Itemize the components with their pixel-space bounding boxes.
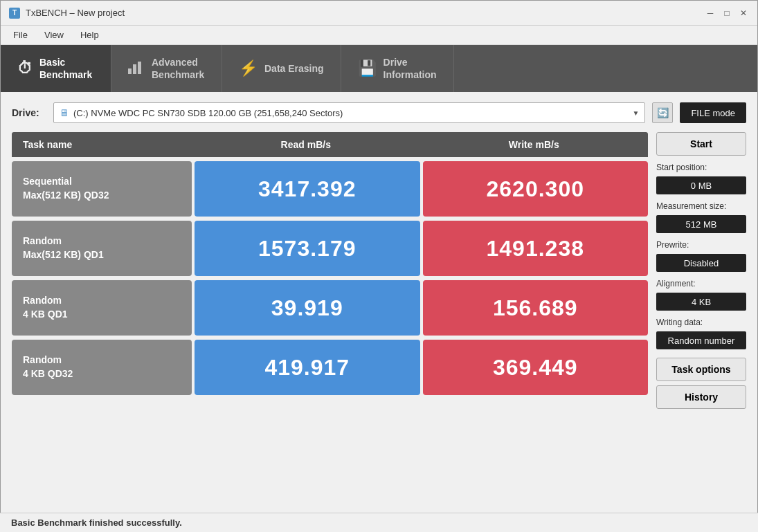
table-row: Random Max(512 KB) QD1 1573.179 1491.238 [12,221,648,276]
right-panel: Start Start position: 0 MB Measurement s… [656,132,746,409]
advanced-benchmark-icon [128,59,145,78]
drive-small-icon: 🖥 [60,107,69,118]
table-header: Task name Read mB/s Write mB/s [12,132,648,157]
title-bar-left: T TxBENCH – New project [9,8,125,19]
tab-drive-information[interactable]: 💾 DriveInformation [341,45,454,92]
svg-rect-1 [133,64,136,74]
writing-data-label: Writing data: [656,318,746,327]
alignment-label: Alignment: [656,279,746,288]
maximize-button[interactable]: □ [721,8,732,19]
benchmark-area: Task name Read mB/s Write mB/s Sequentia… [12,132,746,409]
window-controls: ─ □ ✕ [705,8,749,19]
row-label-random4k-qd32: Random 4 KB QD32 [12,340,192,395]
refresh-icon: 🔄 [657,107,669,118]
row-read-random4k-qd1: 39.919 [195,280,420,336]
prewrite-label: Prewrite: [656,240,746,250]
drive-information-icon: 💾 [358,59,377,77]
measurement-size-value: 512 MB [656,215,746,233]
status-bar: Basic Benchmark finished successfully. [0,513,758,532]
benchmark-table: Task name Read mB/s Write mB/s Sequentia… [12,132,648,409]
title-bar: T TxBENCH – New project ─ □ ✕ [1,1,757,26]
tab-bar: ⏱ BasicBenchmark AdvancedBenchmark ⚡ Dat… [1,45,757,92]
app-icon: T [9,8,20,19]
drive-select-text: 🖥 (C:) NVMe WDC PC SN730 SDB 120.00 GB (… [60,107,343,118]
row-label-random512-qd1: Random Max(512 KB) QD1 [12,221,192,276]
tab-drive-label: DriveInformation [383,56,437,81]
row-write-sequential: 2620.300 [423,161,649,217]
start-button[interactable]: Start [656,132,746,156]
main-content: Drive: 🖥 (C:) NVMe WDC PC SN730 SDB 120.… [1,92,757,417]
drive-dropdown[interactable]: 🖥 (C:) NVMe WDC PC SN730 SDB 120.00 GB (… [53,102,645,123]
tab-basic-benchmark[interactable]: ⏱ BasicBenchmark [1,45,111,92]
row-label-random4k-qd1: Random 4 KB QD1 [12,280,192,336]
prewrite-value: Disabled [656,254,746,272]
data-erasing-icon: ⚡ [239,59,258,77]
row-read-random512-qd1: 1573.179 [195,221,420,276]
refresh-button[interactable]: 🔄 [652,102,673,123]
measurement-size-label: Measurement size: [656,201,746,211]
svg-rect-2 [138,62,141,74]
minimize-button[interactable]: ─ [705,8,716,19]
col-task-name: Task name [12,132,192,157]
tab-data-erasing[interactable]: ⚡ Data Erasing [222,45,341,92]
window-title: TxBENCH – New project [26,8,125,18]
start-position-label: Start position: [656,163,746,172]
table-row: Random 4 KB QD32 419.917 369.449 [12,340,648,395]
close-button[interactable]: ✕ [738,8,749,19]
start-position-value: 0 MB [656,176,746,194]
basic-benchmark-icon: ⏱ [17,59,33,77]
menu-file[interactable]: File [6,28,35,42]
writing-data-value: Random number [656,331,746,349]
drive-label: Drive: [12,107,46,118]
row-write-random512-qd1: 1491.238 [423,221,649,276]
tab-advanced-label: AdvancedBenchmark [152,56,204,81]
menu-help[interactable]: Help [73,28,106,42]
alignment-value: 4 KB [656,293,746,311]
menu-view[interactable]: View [37,28,71,42]
tab-erasing-label: Data Erasing [264,62,324,75]
chevron-down-icon: ▼ [633,109,640,117]
menu-bar: File View Help [1,26,757,45]
row-write-random4k-qd32: 369.449 [423,340,649,395]
drive-selected-value: (C:) NVMe WDC PC SN730 SDB 120.00 GB (25… [73,108,343,118]
row-label-sequential: Sequential Max(512 KB) QD32 [12,161,192,217]
status-text: Basic Benchmark finished successfully. [11,517,182,528]
history-button[interactable]: History [656,385,746,409]
tab-basic-label: BasicBenchmark [39,56,92,81]
table-row: Random 4 KB QD1 39.919 156.689 [12,280,648,336]
row-read-sequential: 3417.392 [195,161,420,217]
table-row: Sequential Max(512 KB) QD32 3417.392 262… [12,161,648,217]
file-mode-button[interactable]: FILE mode [680,102,746,123]
row-write-random4k-qd1: 156.689 [423,280,649,336]
col-write-mbs: Write mB/s [420,132,649,157]
task-options-button[interactable]: Task options [656,358,746,381]
row-read-random4k-qd32: 419.917 [195,340,420,395]
drive-row: Drive: 🖥 (C:) NVMe WDC PC SN730 SDB 120.… [12,100,746,125]
tab-advanced-benchmark[interactable]: AdvancedBenchmark [111,45,222,92]
col-read-mbs: Read mB/s [192,132,420,157]
svg-rect-0 [128,68,132,74]
